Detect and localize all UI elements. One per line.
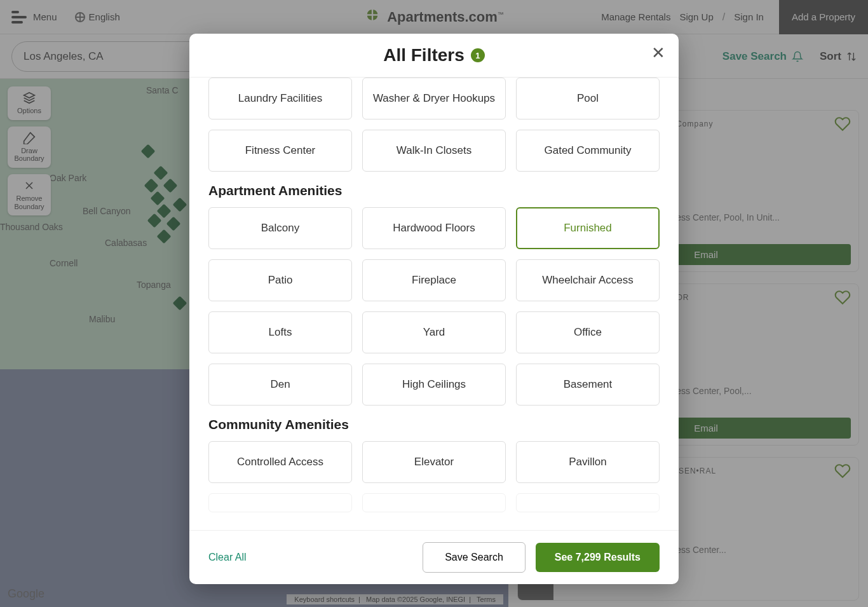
- amenity-elevator[interactable]: Elevator: [362, 441, 506, 483]
- filter-count-badge: 1: [471, 48, 485, 62]
- amenity-gated[interactable]: Gated Community: [516, 130, 660, 172]
- apartment-amenities-heading: Apartment Amenities: [208, 183, 660, 198]
- amenity-fitness[interactable]: Fitness Center: [208, 130, 352, 172]
- amenity-yard[interactable]: Yard: [362, 311, 506, 353]
- amenity-furnished[interactable]: Furnished: [516, 207, 660, 249]
- clear-all-button[interactable]: Clear All: [208, 552, 247, 563]
- amenity-washer-hookups[interactable]: Washer & Dryer Hookups: [362, 78, 506, 119]
- amenity-high-ceilings[interactable]: High Ceilings: [362, 364, 506, 406]
- amenity-walkin-closets[interactable]: Walk-In Closets: [362, 130, 506, 172]
- amenity-hardwood[interactable]: Hardwood Floors: [362, 207, 506, 249]
- property-amenities-grid: Laundry Facilities Washer & Dryer Hookup…: [208, 78, 660, 172]
- modal-body[interactable]: Laundry Facilities Washer & Dryer Hookup…: [189, 78, 679, 530]
- modal-header: All Filters 1 ✕: [189, 34, 679, 78]
- modal-footer: Clear All Save Search See 7,299 Results: [189, 530, 679, 584]
- community-amenities-grid: Controlled Access Elevator Pavillon: [208, 441, 660, 512]
- amenity-placeholder[interactable]: [208, 493, 352, 512]
- filters-modal: All Filters 1 ✕ Laundry Facilities Washe…: [189, 34, 679, 584]
- amenity-wheelchair[interactable]: Wheelchair Access: [516, 259, 660, 301]
- community-amenities-heading: Community Amenities: [208, 417, 660, 432]
- amenity-basement[interactable]: Basement: [516, 364, 660, 406]
- amenity-fireplace[interactable]: Fireplace: [362, 259, 506, 301]
- amenity-lofts[interactable]: Lofts: [208, 311, 352, 353]
- amenity-office[interactable]: Office: [516, 311, 660, 353]
- amenity-placeholder[interactable]: [362, 493, 506, 512]
- amenity-laundry[interactable]: Laundry Facilities: [208, 78, 352, 119]
- modal-save-search-button[interactable]: Save Search: [423, 542, 526, 573]
- modal-close-button[interactable]: ✕: [647, 41, 670, 64]
- amenity-den[interactable]: Den: [208, 364, 352, 406]
- apartment-amenities-grid: Balcony Hardwood Floors Furnished Patio …: [208, 207, 660, 406]
- amenity-balcony[interactable]: Balcony: [208, 207, 352, 249]
- see-results-button[interactable]: See 7,299 Results: [536, 543, 660, 572]
- amenity-pavillon[interactable]: Pavillon: [516, 441, 660, 483]
- amenity-pool[interactable]: Pool: [516, 78, 660, 119]
- amenity-placeholder[interactable]: [516, 493, 660, 512]
- amenity-patio[interactable]: Patio: [208, 259, 352, 301]
- amenity-controlled-access[interactable]: Controlled Access: [208, 441, 352, 483]
- modal-title-text: All Filters: [383, 45, 465, 65]
